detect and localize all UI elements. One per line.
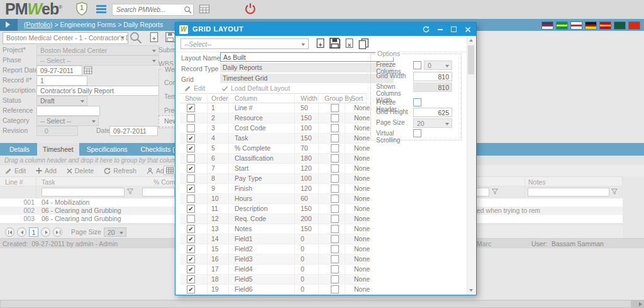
layout-copy-icon[interactable]	[358, 38, 369, 49]
show-checkbox[interactable]: ✔	[187, 245, 195, 253]
layout-column-row[interactable]: ✔7Start120None	[180, 164, 366, 174]
current-page[interactable]: 1	[29, 227, 38, 237]
show-checkbox[interactable]: ✔	[187, 185, 195, 193]
logout-power-icon[interactable]	[244, 3, 257, 15]
width-cell[interactable]: 150	[301, 114, 312, 122]
groupby-checkbox[interactable]	[331, 114, 339, 122]
notes-filter-icon[interactable]	[611, 188, 618, 195]
sortby-cell[interactable]: None	[354, 164, 370, 172]
layout-column-row[interactable]: 6Classification180None	[180, 154, 366, 164]
horizontal-scrollbar[interactable]	[0, 300, 644, 308]
layout-column-row[interactable]: ✔5% Complete70None	[180, 144, 366, 154]
report-date-input[interactable]: 09-27-2011	[36, 66, 82, 76]
width-cell[interactable]: 150	[301, 205, 312, 212]
width-cell[interactable]: 100	[301, 124, 312, 132]
groupby-checkbox[interactable]	[331, 235, 339, 243]
show-checkbox[interactable]	[187, 114, 195, 122]
modal-maximize-icon[interactable]	[451, 26, 457, 32]
scroll-down-icon[interactable]	[469, 289, 473, 292]
load-default-layout-button[interactable]: Load Default Layout	[221, 84, 290, 92]
date-input[interactable]: 09-27-2011	[109, 126, 158, 136]
layout-save-icon[interactable]	[329, 37, 341, 49]
task-column-header[interactable]: Task	[42, 178, 55, 186]
modal-close-icon[interactable]	[465, 26, 471, 33]
width-cell[interactable]: 120	[301, 185, 312, 192]
layout-column-row[interactable]: ✔14Field10None	[180, 234, 366, 244]
groupby-checkbox[interactable]	[331, 205, 339, 213]
category-select[interactable]: -- Select --	[36, 116, 99, 126]
modal-minimize-icon[interactable]	[438, 29, 443, 30]
status-select[interactable]: Draft	[36, 96, 87, 106]
sortby-cell[interactable]: None	[354, 114, 370, 122]
groupby-checkbox[interactable]	[331, 275, 339, 283]
scroll-right-icon[interactable]	[639, 302, 642, 306]
groupby-checkbox[interactable]	[331, 265, 339, 273]
groupby-checkbox[interactable]	[331, 124, 339, 132]
modal-edit-button[interactable]: Edit	[184, 84, 205, 92]
phase-select[interactable]: -- Select --	[36, 55, 159, 66]
layout-column-row[interactable]: ✔4Task150None	[180, 134, 366, 144]
prev-page-button[interactable]	[17, 227, 26, 237]
task-filter-icon[interactable]	[126, 188, 134, 195]
show-checkbox[interactable]: ✔	[187, 285, 195, 294]
layout-column-row[interactable]: 8Pay Type100None	[180, 174, 366, 184]
first-page-button[interactable]	[5, 227, 14, 237]
grid-height-input[interactable]: 625	[413, 108, 452, 117]
calendar-icon[interactable]	[199, 3, 210, 14]
line-column-header[interactable]: Line #	[5, 178, 23, 186]
page-size-option-select[interactable]: 20	[413, 118, 452, 128]
show-checkbox[interactable]: ✔	[187, 255, 195, 263]
task-filter-input[interactable]	[42, 188, 125, 197]
language-flag-icon-germany[interactable]	[585, 21, 597, 30]
scroll-up-icon[interactable]	[469, 39, 473, 42]
next-page-button[interactable]	[41, 227, 50, 237]
width-cell[interactable]: 0	[301, 275, 304, 283]
description-input[interactable]: Contractor's Daily Report	[36, 86, 159, 96]
edit-button[interactable]: Edit	[5, 167, 26, 174]
show-checkbox[interactable]: ✔	[187, 265, 195, 273]
layout-column-row[interactable]: ✔1Line #50None	[180, 103, 366, 113]
notes-filter-input[interactable]	[528, 188, 609, 197]
notification-shield-icon[interactable]: 1	[75, 2, 88, 16]
language-flag-icon-spain[interactable]	[599, 21, 611, 30]
groupby-checkbox[interactable]	[331, 245, 339, 253]
layout-column-row[interactable]: ✔18Field50None	[180, 275, 366, 285]
sortby-cell[interactable]: None	[354, 134, 370, 142]
order-header[interactable]: Order	[211, 94, 228, 102]
show-checkbox[interactable]: ✔	[187, 164, 195, 173]
show-checkbox[interactable]	[187, 124, 195, 132]
layout-select-dropdown[interactable]: --Select--	[180, 38, 309, 49]
sortby-cell[interactable]: None	[354, 225, 370, 232]
grid-width-input[interactable]: 810	[413, 72, 452, 81]
report-date-calendar-icon[interactable]	[84, 66, 92, 74]
tab-timesheet[interactable]: Timesheet	[37, 143, 79, 156]
scrollbar-thumb[interactable]	[1, 300, 631, 307]
width-cell[interactable]: 50	[301, 104, 308, 111]
show-checkbox[interactable]: ✔	[187, 275, 195, 283]
notes-column-header[interactable]: Notes	[528, 178, 545, 186]
layout-column-row[interactable]: ✔16Field30None	[180, 254, 366, 265]
width-cell[interactable]: 0	[301, 235, 304, 242]
width-cell[interactable]: 0	[301, 285, 304, 293]
groupby-checkbox[interactable]	[331, 144, 339, 152]
width-cell[interactable]: 150	[301, 134, 312, 142]
column-header[interactable]: Column	[235, 94, 257, 102]
show-checkbox[interactable]	[187, 174, 195, 183]
width-cell[interactable]: 150	[301, 225, 312, 232]
layout-column-row[interactable]: ✔15Field20None	[180, 244, 366, 254]
groupby-checkbox[interactable]	[331, 154, 339, 163]
groupby-checkbox[interactable]	[331, 185, 339, 193]
tab-specifications[interactable]: Specifications	[81, 143, 133, 156]
pct-filter-input[interactable]	[142, 188, 175, 197]
freeze-header-checkbox[interactable]	[413, 98, 421, 106]
freeze-columns-select[interactable]: 0	[424, 60, 452, 70]
breadcrumb-daily-reports[interactable]: Daily Reports	[123, 21, 163, 28]
sortby-cell[interactable]: None	[354, 265, 370, 273]
freeze-columns-checkbox[interactable]	[413, 61, 421, 69]
width-cell[interactable]: 120	[301, 164, 312, 172]
layout-column-row[interactable]: 2Resource150None	[180, 113, 366, 123]
project-select[interactable]: Boston Medical Center	[36, 45, 159, 55]
show-header[interactable]: Show	[185, 94, 201, 102]
show-checkbox[interactable]: ✔	[187, 235, 195, 243]
width-header[interactable]: Width	[301, 94, 318, 102]
